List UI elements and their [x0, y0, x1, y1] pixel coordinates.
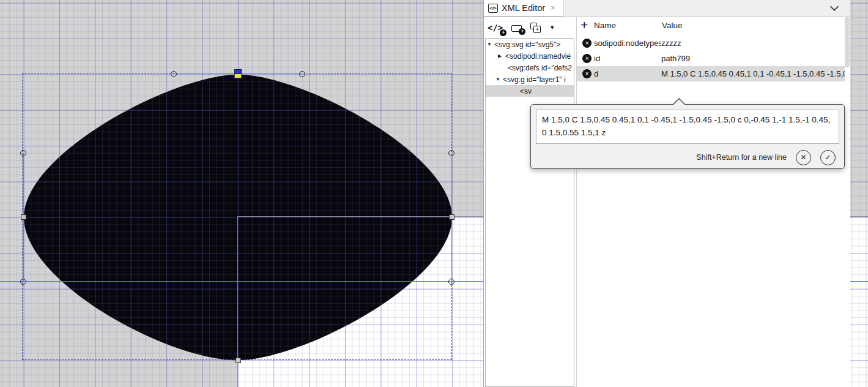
tree-node-label: <svg:g id="layer1" i — [503, 75, 566, 84]
new-text-node-button[interactable]: + — [511, 23, 522, 32]
bezier-handle-circle[interactable] — [448, 150, 454, 156]
attribute-value[interactable]: M 1.5,0 C 1.5,0.45 0.45,1 0,1 -0.45,1 -1… — [661, 69, 845, 78]
xml-editor-icon: </> — [488, 4, 498, 13]
path-node-right[interactable] — [449, 214, 454, 220]
tree-node-label: <sodipodi:namedvie — [505, 52, 571, 61]
collapse-panel-button[interactable] — [829, 3, 840, 13]
selected-node-blue-half — [234, 69, 242, 74]
add-attribute-button[interactable]: + — [581, 18, 588, 32]
selection-bounding-box — [22, 73, 452, 360]
attribute-name: d — [594, 69, 661, 78]
delete-attribute-icon[interactable]: ✕ — [582, 54, 592, 63]
new-element-node-button[interactable]: </> + — [488, 22, 503, 33]
plus-badge-icon: + — [500, 29, 506, 36]
bezier-handle-circle[interactable] — [20, 279, 26, 285]
tree-node-svg-root[interactable]: ▼ <svg:svg id="svg5"> — [486, 39, 574, 50]
toolbar-dropdown-button[interactable]: ▼ — [549, 24, 555, 31]
path-node-bottom[interactable] — [236, 358, 241, 363]
selected-node-yellow-half — [234, 74, 242, 78]
bezier-handle-circle[interactable] — [20, 150, 26, 156]
popup-notch-fill — [673, 99, 684, 105]
panel-tabstrip: </> XML Editor × — [484, 0, 850, 17]
column-header-value: Value — [662, 21, 683, 30]
bezier-handle-circle[interactable] — [448, 279, 454, 285]
attribute-row-nodetypes[interactable]: ✕ sodipodi:nodetypes zzzzz — [577, 36, 845, 51]
panel-body: </> + + + ▼ ▼ <svg:svg id="svg5"> — [484, 17, 850, 387]
close-icon[interactable]: × — [551, 4, 555, 12]
attributes-pane: + Name Value ✕ sodipodi:nodetypes zzzzz … — [576, 17, 850, 387]
xml-tree: ▼ <svg:svg id="svg5"> ▶ <sodipodi:namedv… — [485, 38, 574, 387]
scrollbar-thumb[interactable] — [845, 17, 850, 67]
column-header-name: Name — [594, 21, 616, 30]
tree-node-namedview[interactable]: ▶ <sodipodi:namedvie — [486, 50, 574, 62]
value-editor-footer: Shift+Return for a new line ✕ ✓ — [531, 146, 844, 168]
tree-node-label: <svg:svg id="svg5"> — [494, 40, 560, 49]
plus-badge-icon: + — [519, 28, 525, 35]
tree-node-defs[interactable]: <svg:defs id="defs2 — [486, 62, 574, 73]
cancel-button[interactable]: ✕ — [796, 150, 811, 165]
newline-hint-label: Shift+Return for a new line — [696, 153, 787, 162]
tab-xml-editor[interactable]: </> XML Editor × — [484, 0, 564, 17]
value-editor-popup: M 1.5,0 C 1.5,0.45 0.45,1 0,1 -0.45,1 -1… — [530, 104, 845, 169]
attribute-row-d-selected[interactable]: ✕ d M 1.5,0 C 1.5,0.45 0.45,1 0,1 -0.45,… — [577, 66, 845, 81]
tree-node-layer[interactable]: ▼ <svg:g id="layer1" i — [486, 73, 574, 85]
xml-toolbar: </> + + + ▼ — [488, 18, 575, 37]
tree-node-label: <svg:defs id="defs2 — [508, 64, 572, 72]
delete-attribute-icon[interactable]: ✕ — [582, 69, 592, 78]
value-editor-textarea[interactable]: M 1.5,0 C 1.5,0.45 0.45,1 0,1 -0.45,1 -1… — [536, 110, 839, 144]
duplicate-node-button[interactable]: + — [530, 23, 541, 33]
tree-node-label: <sv — [520, 87, 532, 96]
expander-open-icon[interactable]: ▼ — [495, 77, 503, 82]
path-node-left[interactable] — [21, 214, 26, 220]
expander-closed-icon[interactable]: ▶ — [498, 53, 505, 59]
duplicate-node-icon: + — [530, 23, 541, 33]
attribute-name: sodipodi:nodetypes — [594, 39, 661, 48]
attributes-scrollbar[interactable] — [845, 17, 850, 387]
xml-editor-panel: </> XML Editor × </> + + + ▼ — [483, 0, 850, 387]
panel-title: XML Editor — [502, 3, 545, 13]
chevron-down-icon — [830, 2, 839, 11]
attributes-header: + Name Value — [577, 17, 850, 36]
bezier-handle-circle[interactable] — [299, 71, 305, 77]
bezier-handle-circle[interactable] — [171, 71, 177, 77]
attribute-value[interactable]: zzzzz — [661, 39, 845, 48]
attribute-name: id — [594, 54, 661, 63]
confirm-button[interactable]: ✓ — [820, 150, 836, 165]
delete-attribute-icon[interactable]: ✕ — [582, 39, 592, 48]
tree-node-path-selected[interactable]: <sv — [486, 85, 574, 97]
attribute-value[interactable]: path799 — [661, 54, 845, 63]
attribute-row-id[interactable]: ✕ id path799 — [577, 51, 845, 66]
path-node-top-selected[interactable] — [234, 69, 242, 78]
duplicate-front-square: + — [533, 26, 541, 33]
expander-open-icon[interactable]: ▼ — [487, 42, 494, 47]
attributes-table: ✕ sodipodi:nodetypes zzzzz ✕ id path799 … — [577, 36, 850, 81]
